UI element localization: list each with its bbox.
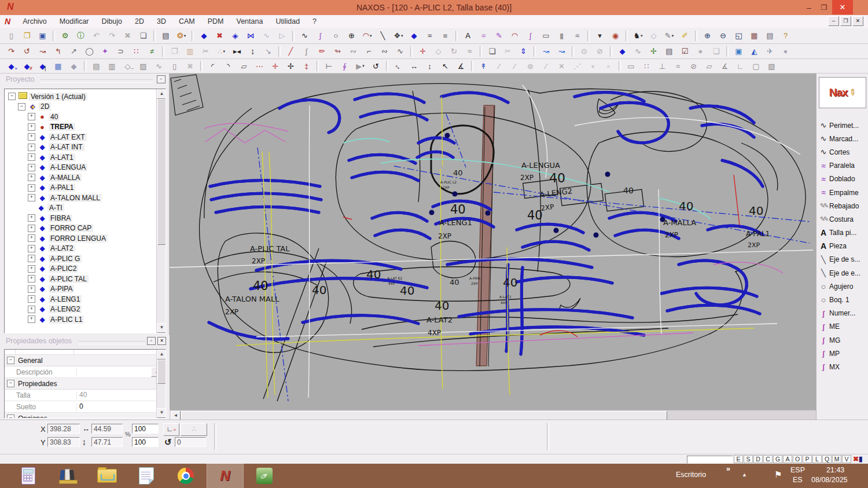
tool-marcad-[interactable]: ∿Marcad... xyxy=(818,132,867,145)
scroll-left-icon[interactable]: ◄ xyxy=(171,411,181,420)
dynamite-button[interactable]: ✏ xyxy=(315,45,329,57)
node-ghost-button[interactable]: ∿ xyxy=(631,45,645,57)
piece-insert-button[interactable]: ◆▏ xyxy=(35,60,50,72)
expand-icon[interactable]: + xyxy=(28,245,35,252)
blob-ghost-button[interactable]: ● xyxy=(693,45,708,57)
rows-tool-button[interactable]: ▤ xyxy=(89,60,104,72)
delete-piece-button[interactable]: ✖ xyxy=(212,30,227,42)
hatch-box-button[interactable]: ▨ xyxy=(136,60,150,72)
panel-float-button[interactable]: ▫ xyxy=(147,337,156,345)
layers-button[interactable]: ▤ xyxy=(159,30,173,42)
zoom-region-button[interactable]: ◱ xyxy=(731,30,746,42)
menu-item-modificar[interactable]: Modificar xyxy=(53,17,95,25)
pieces-arrows-button[interactable]: ◆» xyxy=(4,60,19,72)
frame-box-button[interactable]: ▢ xyxy=(749,60,763,72)
new-piece-button[interactable]: ◆ xyxy=(407,30,421,42)
pen-nodes-button[interactable]: ʃ xyxy=(299,45,314,57)
tree-item-a-malla[interactable]: +◆A-MALLA xyxy=(5,173,165,183)
tool-me[interactable]: ʃME xyxy=(818,320,867,333)
scale-x-field[interactable]: 100 xyxy=(132,424,159,434)
tree-scrollbar[interactable]: ▲ ▼ xyxy=(156,89,165,333)
grid-points-button[interactable]: ∴ xyxy=(181,423,207,436)
send-ghost-button[interactable]: ▷ xyxy=(275,30,289,42)
line-tool-button[interactable]: ╲ xyxy=(376,30,390,42)
rotate-ccw-button[interactable]: ↺ xyxy=(369,60,383,72)
node-open-button[interactable]: ◇ xyxy=(431,45,446,57)
diamond-line-button[interactable]: ◇─ xyxy=(120,60,135,72)
dots-row-button[interactable]: ⋯ xyxy=(252,60,267,72)
expand-icon[interactable]: + xyxy=(28,315,35,323)
minimize-button[interactable]: – xyxy=(802,1,816,14)
new-document-button[interactable]: ▯ xyxy=(4,30,19,42)
double-plus-button[interactable]: ‡ xyxy=(299,60,314,72)
arrow-arc-button[interactable]: ↖ xyxy=(438,60,453,72)
mode-letter-g[interactable]: G xyxy=(773,455,782,463)
corner-l-button[interactable]: ∟ xyxy=(733,60,748,72)
wave-link-button[interactable]: ∾ xyxy=(346,45,361,57)
wave-smooth-button[interactable]: ∿ xyxy=(393,45,407,57)
scroll-thumb[interactable] xyxy=(157,99,166,245)
tool-cortes[interactable]: ∿Cortes xyxy=(818,145,867,159)
cross-lines-button[interactable]: ✕ xyxy=(554,60,569,72)
expand-icon[interactable]: + xyxy=(28,295,35,303)
expand-icon[interactable]: + xyxy=(28,123,35,131)
ruler-small-button[interactable]: ▭ xyxy=(624,60,638,72)
collapse-icon[interactable]: − xyxy=(18,103,25,111)
property-value-field[interactable]: 40 xyxy=(77,390,165,400)
zoom-out-button[interactable]: ⊖ xyxy=(716,30,730,42)
tool-pieza[interactable]: APieza xyxy=(818,240,867,253)
keyboard-layout[interactable]: ES xyxy=(793,476,803,488)
panel-close-button[interactable]: ✕ xyxy=(157,337,166,345)
project-panel-titlebar[interactable]: Proyecto ▫ xyxy=(0,74,169,87)
checkbox-form-button[interactable]: ☑ xyxy=(678,45,692,57)
menu-item-archivo[interactable]: Archivo xyxy=(16,17,53,25)
text-frame-button[interactable]: ▯ xyxy=(167,60,182,72)
mode-letter-s[interactable]: S xyxy=(744,455,753,463)
node-rotate-button[interactable]: ↻ xyxy=(447,45,461,57)
spiral-tool-button[interactable]: ✦ xyxy=(98,45,112,57)
trapezoid-tool-button[interactable]: ▱ xyxy=(237,60,251,72)
ellipse-tool-button[interactable]: ◯ xyxy=(82,45,97,57)
mirror-piece-button[interactable]: ⋈ xyxy=(244,30,258,42)
arrow-wave-blue-button[interactable]: ↝ xyxy=(539,45,553,57)
line-node-3-button[interactable]: ∕ xyxy=(539,60,553,72)
wave-rotate-button[interactable]: ∮ xyxy=(337,60,352,72)
tree-item-a-lat-int[interactable]: +◆A-LAT INT xyxy=(5,142,165,153)
panel-float-button[interactable]: ▫ xyxy=(157,75,165,83)
paper-ghost-button[interactable]: ▫ xyxy=(601,60,616,72)
tree-item-a-plic-tal[interactable]: +◆A-PLIC TAL xyxy=(5,274,165,284)
tick-marks-button[interactable]: ∷ xyxy=(639,60,654,72)
corner-curve-2-button[interactable]: ◝ xyxy=(221,60,236,72)
pin-piece-button[interactable]: ◆ xyxy=(67,60,81,72)
expand-icon[interactable]: + xyxy=(28,164,35,171)
tree-item-forro-cap[interactable]: +◆FORRO CAP xyxy=(5,223,165,234)
wave-arrows-button[interactable]: ≈ xyxy=(462,45,477,57)
ruler-button[interactable]: ▦ xyxy=(747,30,762,42)
color-palette-button[interactable]: ❂▾ xyxy=(174,30,189,42)
fold-ghost-button[interactable]: ◇ xyxy=(646,30,661,42)
tool-talla-pi-[interactable]: ATalla pi... xyxy=(818,226,867,240)
taskbar-file-explorer-button[interactable] xyxy=(89,464,125,488)
snap-arrow-button[interactable]: ↘ xyxy=(261,45,275,57)
send-tool-button[interactable]: ✈ xyxy=(763,45,777,57)
taskbar-notepad-button[interactable] xyxy=(128,464,164,488)
expand-icon[interactable]: + xyxy=(28,285,35,293)
connector-tool-button[interactable]: ⊢ xyxy=(322,60,336,72)
strike-ghost-button[interactable]: ✂ xyxy=(501,45,515,57)
shape-recognition-button[interactable]: ♞▾ xyxy=(631,30,645,42)
cad-drawing[interactable]: 40A-PLIC L22XPA-LENGUA2XP40A-LENG22XP40A… xyxy=(170,74,816,410)
close-button[interactable]: ✕ xyxy=(832,0,853,14)
tool-mg[interactable]: ʃMG xyxy=(818,333,867,347)
settings-gear-button[interactable]: ⚙ xyxy=(58,30,72,42)
curve-purple-button[interactable]: ʃ xyxy=(523,30,538,42)
node-edit-button[interactable]: ❖▾ xyxy=(391,30,406,42)
route-tool-button[interactable]: ↬ xyxy=(330,45,345,57)
arrow-select-button[interactable]: ▶▾ xyxy=(353,60,367,72)
fold-pencil-button[interactable]: ✎▾ xyxy=(662,30,676,42)
more-tools-button[interactable]: ▾ xyxy=(593,30,607,42)
y-coordinate-field[interactable]: 308.83 xyxy=(47,437,80,447)
expand-icon[interactable]: + xyxy=(28,113,35,120)
lasso-pencil-button[interactable]: ✐ xyxy=(678,30,692,42)
curve-tool-button[interactable]: ∿ xyxy=(297,30,312,42)
measure-ghost-button[interactable]: ∿ xyxy=(259,30,274,42)
